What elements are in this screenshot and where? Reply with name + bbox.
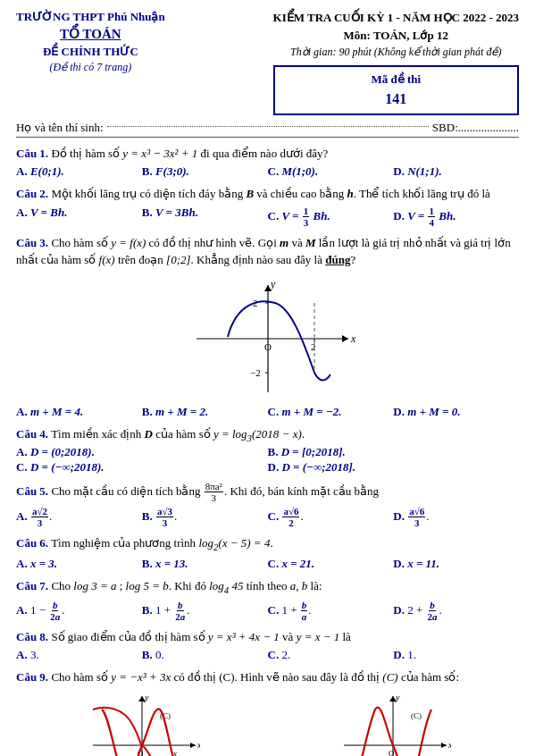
ma-de-num: 141 xyxy=(282,88,510,110)
question-5: Câu 5. Cho mặt cầu có diện tích bằng 8πa… xyxy=(16,481,519,528)
svg-text:2: 2 xyxy=(311,341,316,352)
q1-optC: C. M(1;0). xyxy=(268,164,394,179)
question-8: Câu 8. Số giao điểm của đồ thị hàm số y … xyxy=(16,628,519,663)
q8-options: A. 3. B. 0. C. 2. D. 1. xyxy=(16,648,519,662)
q6-optA: A. x = 3. xyxy=(16,557,142,571)
q8-optA: A. 3. xyxy=(16,648,142,662)
school-name: TRƯỜNG THPT Phú Nhuận xyxy=(16,9,165,25)
q7-options: A. 1 − b2a. B. 1 + b2a. C. 1 + ba. D. 2 … xyxy=(16,600,519,622)
q1-options: A. E(0;1). B. F(3;0). C. M(1;0). D. N(1;… xyxy=(16,164,519,179)
q9-graphA: x y O x (C) xyxy=(84,692,200,756)
q7-text: Câu 7. Cho log 3 = a ; log 5 = b. Khi đó… xyxy=(16,577,519,597)
q1-num: Câu 1. xyxy=(16,147,48,160)
q5-optB: B. a√33. xyxy=(142,506,268,528)
svg-marker-16 xyxy=(190,743,196,748)
q6-num: Câu 6. xyxy=(16,536,48,550)
q3-options: A. m + M = 4. B. m + M = 2. C. m + M = −… xyxy=(16,405,519,419)
q9-text: Câu 9. Cho hàm số y = −x³ + 3x có đồ thị… xyxy=(16,668,519,686)
svg-text:y: y xyxy=(270,278,276,290)
svg-text:y: y xyxy=(395,693,400,702)
q9-num: Câu 9. xyxy=(16,670,48,684)
q5-optA: A. a√23. xyxy=(16,506,142,528)
q3-text: Câu 3. Cho hàm số y = f(x) có đồ thị như… xyxy=(16,234,519,269)
q9-graphB: x y O (C) B. xyxy=(335,692,451,756)
exam-sub: Môn: TOÁN, Lớp 12 xyxy=(273,27,519,45)
q6-text: Câu 6. Tìm nghiệm của phương trình log2(… xyxy=(16,534,519,554)
school-info: TRƯỜNG THPT Phú Nhuận TỔ TOÁN ĐỀ CHÍNH T… xyxy=(16,9,165,75)
q5-optC: C. a√62. xyxy=(268,506,394,528)
question-6: Câu 6. Tìm nghiệm của phương trình log2(… xyxy=(16,534,519,571)
q2-optB: B. V = 3Bh. xyxy=(142,206,268,228)
q3-optA: A. m + M = 4. xyxy=(16,405,142,419)
q3-optD: D. m + M = 0. xyxy=(393,405,519,419)
subject-bold: TỔ TOÁN xyxy=(16,25,165,44)
q6-options: A. x = 3. B. x = 13. C. x = 21. D. x = 1… xyxy=(16,557,519,571)
q7-num: Câu 7. xyxy=(16,579,48,592)
ma-de-label: Mã đề thi xyxy=(282,71,510,88)
q8-optC: C. 2. xyxy=(268,648,394,662)
q4-options: A. D = (0;2018). B. D = [0;2018]. C. D =… xyxy=(16,445,519,475)
student-label: Họ và tên thí sinh: xyxy=(16,121,104,135)
svg-marker-25 xyxy=(441,743,447,748)
q2-num: Câu 2. xyxy=(16,187,48,200)
question-9: Câu 9. Cho hàm số y = −x³ + 3x có đồ thị… xyxy=(16,668,519,756)
q4-optA: A. D = (0;2018). xyxy=(16,445,268,459)
question-3: Câu 3. Cho hàm số y = f(x) có đồ thị như… xyxy=(16,234,519,419)
q3-graph: x y O 2 2 −2 xyxy=(16,276,519,401)
svg-text:O: O xyxy=(264,341,272,352)
q2-optA: A. V = Bh. xyxy=(16,206,142,228)
svg-text:O: O xyxy=(389,749,395,756)
q7-optC: C. 1 + ba. xyxy=(268,600,394,622)
q4-num: Câu 4. xyxy=(16,427,48,441)
q7-optA: A. 1 − b2a. xyxy=(16,600,142,622)
q4-optD: D. D = (−∞;2018]. xyxy=(268,460,520,475)
q8-optB: B. 0. xyxy=(142,648,268,662)
sbd-label: SBD:..................... xyxy=(432,121,519,135)
q2-text: Câu 2. Một khối lăng trụ có diện tích đá… xyxy=(16,185,519,203)
q9-svgA: x y O x (C) xyxy=(84,692,200,756)
q4-optB: B. D = [0;2018]. xyxy=(268,445,520,459)
question-2: Câu 2. Một khối lăng trụ có diện tích đá… xyxy=(16,185,519,228)
q3-optC: C. m + M = −2. xyxy=(268,405,394,419)
svg-text:(C): (C) xyxy=(411,711,422,720)
q5-text: Câu 5. Cho mặt cầu có diện tích bằng 8πa… xyxy=(16,481,519,503)
svg-text:y: y xyxy=(144,693,149,702)
q8-num: Câu 8. xyxy=(16,630,48,643)
exam-info: KIỂM TRA CUỐI KỲ 1 - NĂM HỌC 2022 - 2023… xyxy=(273,9,519,115)
q1-optD: D. N(1;1). xyxy=(393,164,519,179)
q8-optD: D. 1. xyxy=(393,648,519,662)
pages-note: (Đề thi có 7 trang) xyxy=(16,60,165,75)
q1-optA: A. E(0;1). xyxy=(16,164,142,179)
q9-graph-row: x y O x (C) xyxy=(16,692,519,756)
student-dots xyxy=(107,126,429,127)
q5-options: A. a√23. B. a√33. C. a√62. D. a√63. xyxy=(16,506,519,528)
q3-num: Câu 3. xyxy=(16,236,48,249)
q1-text: Câu 1. Đồ thị hàm số y = x³ − 3x² + 1 đi… xyxy=(16,145,519,163)
q2-options: A. V = Bh. B. V = 3Bh. C. V = 13 Bh. D. … xyxy=(16,206,519,228)
exam-title: KIỂM TRA CUỐI KỲ 1 - NĂM HỌC 2022 - 2023 xyxy=(273,9,519,27)
svg-text:x: x xyxy=(196,740,200,750)
ma-de-box: Mã đề thi 141 xyxy=(273,65,519,115)
svg-text:x: x xyxy=(447,740,451,750)
q5-num: Câu 5. xyxy=(16,483,48,497)
svg-text:x: x xyxy=(350,332,356,345)
q3-optB: B. m + M = 2. xyxy=(142,405,268,419)
time-note: Thời gian: 90 phút (Không kể thời gian p… xyxy=(273,44,519,60)
q6-optB: B. x = 13. xyxy=(142,557,268,571)
svg-text:−2: −2 xyxy=(250,367,261,378)
q2-optC: C. V = 13 Bh. xyxy=(268,206,394,228)
question-7: Câu 7. Cho log 3 = a ; log 5 = b. Khi đó… xyxy=(16,577,519,622)
q4-text: Câu 4. Tìm miền xác định D của hàm số y … xyxy=(16,425,519,445)
page-header: TRƯỜNG THPT Phú Nhuận TỔ TOÁN ĐỀ CHÍNH T… xyxy=(16,9,519,115)
q1-optB: B. F(3;0). xyxy=(142,164,268,179)
q9-svgB: x y O (C) xyxy=(335,692,451,756)
q2-optD: D. V = 14 Bh. xyxy=(393,206,519,228)
q7-optB: B. 1 + b2a. xyxy=(142,600,268,622)
svg-marker-2 xyxy=(342,335,348,342)
q8-text: Câu 8. Số giao điểm của đồ thị hàm số y … xyxy=(16,628,519,646)
q7-optD: D. 2 + b2a. xyxy=(393,600,519,622)
q5-optD: D. a√63. xyxy=(393,506,519,528)
official-label: ĐỀ CHÍNH THỨC xyxy=(16,44,165,60)
question-1: Câu 1. Đồ thị hàm số y = x³ − 3x² + 1 đi… xyxy=(16,145,519,180)
q4-optC: C. D = (−∞;2018). xyxy=(16,460,268,475)
